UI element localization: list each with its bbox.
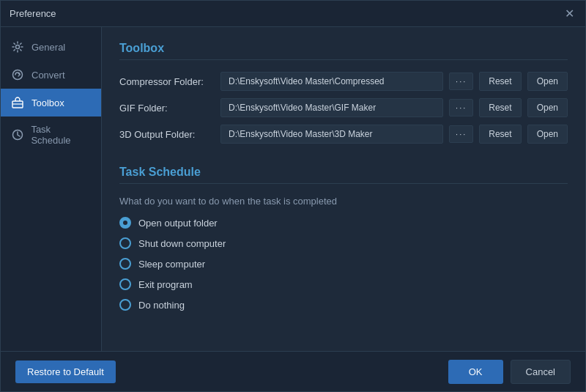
sidebar-item-general[interactable]: General xyxy=(1,33,101,61)
svg-point-1 xyxy=(13,70,23,80)
3d-folder-row: 3D Output Folder: D:\Enskysoft\Video Mas… xyxy=(119,125,568,144)
radio-label-shutdown: Shut down computer xyxy=(138,238,226,249)
gif-reset-button[interactable]: Reset xyxy=(479,98,521,117)
cancel-button[interactable]: Cancel xyxy=(511,360,571,384)
gif-folder-row: GIF Folder: D:\Enskysoft\Video Master\GI… xyxy=(119,98,568,117)
compressor-folder-label: Compressor Folder: xyxy=(119,76,215,87)
preference-window: Preference ✕ General xyxy=(0,0,586,392)
radio-nothing[interactable]: Do nothing xyxy=(119,299,568,311)
toolbox-label: Toolbox xyxy=(31,97,64,108)
radio-circle-exit xyxy=(119,278,131,290)
3d-dots-button[interactable]: ··· xyxy=(449,125,473,143)
gif-folder-path: D:\Enskysoft\Video Master\GIF Maker xyxy=(220,98,443,117)
radio-shutdown[interactable]: Shut down computer xyxy=(119,237,568,249)
3d-reset-button[interactable]: Reset xyxy=(479,125,521,144)
radio-exit[interactable]: Exit program xyxy=(119,278,568,290)
gif-folder-label: GIF Folder: xyxy=(119,103,215,114)
convert-icon xyxy=(11,68,24,81)
restore-default-button[interactable]: Restore to Default xyxy=(15,360,116,383)
compressor-open-button[interactable]: Open xyxy=(527,72,568,91)
general-icon xyxy=(11,40,24,53)
toolbox-icon xyxy=(11,96,24,109)
3d-folder-path: D:\Enskysoft\Video Master\3D Maker xyxy=(220,125,443,144)
task-schedule-label: Task Schedule xyxy=(31,124,91,146)
radio-open-folder[interactable]: Open output folder xyxy=(119,217,568,229)
toolbox-section-title: Toolbox xyxy=(119,42,568,60)
sidebar-item-convert[interactable]: Convert xyxy=(1,61,101,89)
gif-dots-button[interactable]: ··· xyxy=(449,99,473,117)
radio-circle-shutdown xyxy=(119,237,131,249)
close-button[interactable]: ✕ xyxy=(562,7,576,21)
task-schedule-section-title: Task Schedule xyxy=(119,166,568,184)
content-area: General Convert xyxy=(1,27,585,351)
compressor-reset-button[interactable]: Reset xyxy=(479,72,521,91)
svg-point-0 xyxy=(16,45,20,49)
gif-open-button[interactable]: Open xyxy=(527,98,568,117)
compressor-dots-button[interactable]: ··· xyxy=(449,73,473,90)
radio-sleep[interactable]: Sleep computer xyxy=(119,258,568,270)
radio-label-nothing: Do nothing xyxy=(138,300,185,311)
ok-button[interactable]: OK xyxy=(448,360,503,384)
3d-folder-label: 3D Output Folder: xyxy=(119,129,215,140)
sidebar-item-toolbox[interactable]: Toolbox xyxy=(1,89,101,117)
window-title: Preference xyxy=(10,8,56,19)
footer: Restore to Default OK Cancel xyxy=(1,351,585,391)
task-schedule-icon xyxy=(11,128,23,141)
radio-label-exit: Exit program xyxy=(138,279,193,290)
compressor-folder-row: Compressor Folder: D:\Enskysoft\Video Ma… xyxy=(119,72,568,91)
title-bar: Preference ✕ xyxy=(1,1,585,27)
general-label: General xyxy=(31,42,65,53)
convert-label: Convert xyxy=(31,70,65,81)
radio-circle-sleep xyxy=(119,258,131,270)
footer-right-buttons: OK Cancel xyxy=(448,360,571,384)
task-schedule-section: Task Schedule What do you want to do whe… xyxy=(119,166,568,319)
sidebar: General Convert xyxy=(1,27,102,351)
radio-label-open-folder: Open output folder xyxy=(138,218,218,229)
sidebar-item-task-schedule[interactable]: Task Schedule xyxy=(1,117,101,153)
radio-circle-nothing xyxy=(119,299,131,311)
3d-open-button[interactable]: Open xyxy=(527,125,568,144)
main-panel: Toolbox Compressor Folder: D:\Enskysoft\… xyxy=(102,27,585,351)
radio-circle-open-folder xyxy=(119,217,131,229)
task-description: What do you want to do when the task is … xyxy=(119,196,568,207)
radio-label-sleep: Sleep computer xyxy=(138,259,205,270)
compressor-folder-path: D:\Enskysoft\Video Master\Compressed xyxy=(220,72,443,91)
